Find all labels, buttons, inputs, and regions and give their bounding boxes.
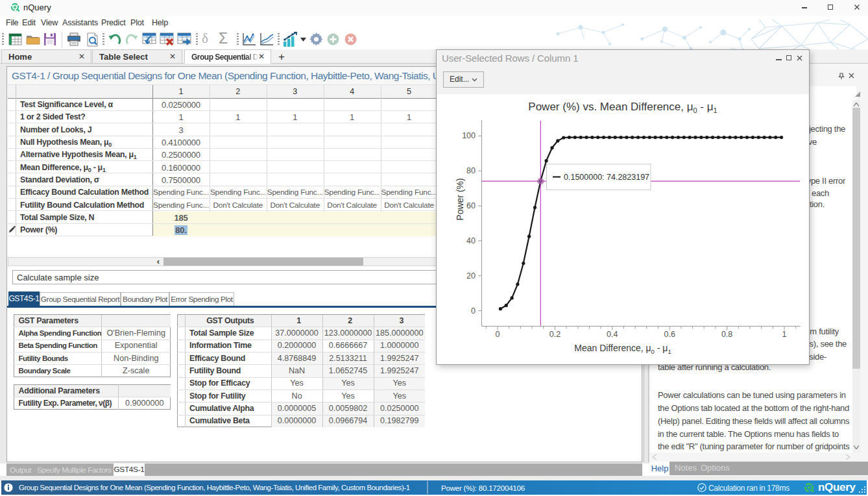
svg-text:0.4: 0.4 <box>607 330 618 339</box>
svg-text:80: 80 <box>466 166 476 175</box>
svg-text:20: 20 <box>466 271 476 280</box>
svg-text:60: 60 <box>466 201 476 210</box>
svg-text:1: 1 <box>782 330 787 339</box>
svg-text:0.1500000: 74.2823197: 0.1500000: 74.2823197 <box>564 173 649 182</box>
svg-text:0: 0 <box>496 330 500 339</box>
svg-text:100: 100 <box>462 131 476 140</box>
svg-text:40: 40 <box>466 236 476 245</box>
svg-text:0: 0 <box>471 306 476 316</box>
svg-text:0.8: 0.8 <box>721 330 732 339</box>
svg-text:0.2: 0.2 <box>549 330 561 339</box>
svg-text:0.6: 0.6 <box>664 330 675 339</box>
